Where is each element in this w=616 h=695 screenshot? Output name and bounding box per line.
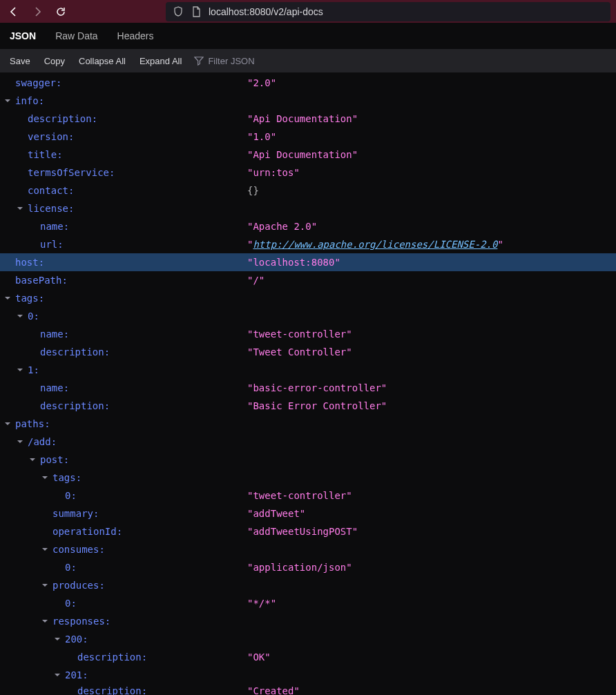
json-row[interactable]: version: "1.0" bbox=[0, 128, 616, 146]
back-button[interactable] bbox=[6, 3, 22, 20]
json-row[interactable]: name: "tweet-controller" bbox=[0, 325, 616, 343]
tab-raw[interactable]: Raw Data bbox=[46, 23, 107, 49]
json-row[interactable]: contact: {} bbox=[0, 182, 616, 199]
twisty-icon[interactable] bbox=[40, 545, 50, 554]
filter-wrap bbox=[194, 56, 346, 66]
json-row[interactable]: 0: "application/json" bbox=[0, 558, 616, 576]
json-toolbar: Save Copy Collapse All Expand All bbox=[0, 49, 616, 72]
json-row[interactable]: 1: bbox=[0, 361, 616, 379]
twisty-icon[interactable] bbox=[15, 365, 25, 375]
twisty-icon[interactable] bbox=[15, 311, 25, 321]
save-button[interactable]: Save bbox=[3, 53, 37, 69]
json-row[interactable]: license: bbox=[0, 199, 616, 217]
funnel-icon bbox=[194, 56, 204, 66]
twisty-icon[interactable] bbox=[40, 473, 50, 482]
json-row[interactable]: 0: "*/*" bbox=[0, 594, 616, 612]
json-row[interactable]: description: "Basic Error Controller" bbox=[0, 397, 616, 415]
json-row[interactable]: tags: bbox=[0, 289, 616, 307]
json-row[interactable]: swagger: "2.0" bbox=[0, 74, 616, 92]
tab-headers[interactable]: Headers bbox=[108, 23, 164, 49]
url-bar[interactable]: localhost:8080/v2/api-docs bbox=[166, 2, 610, 21]
twisty-icon[interactable] bbox=[3, 96, 12, 106]
json-row[interactable]: host: "localhost:8080" bbox=[0, 253, 616, 271]
twisty-icon[interactable] bbox=[3, 419, 12, 429]
twisty-icon[interactable] bbox=[40, 616, 50, 626]
twisty-icon[interactable] bbox=[15, 204, 25, 213]
json-row[interactable]: 0: bbox=[0, 307, 616, 325]
json-row[interactable]: basePath: "/" bbox=[0, 271, 616, 289]
page-icon bbox=[191, 6, 202, 17]
json-row[interactable]: tags: bbox=[0, 469, 616, 487]
json-row[interactable]: name: "basic-error-controller" bbox=[0, 379, 616, 397]
json-row[interactable]: responses: bbox=[0, 612, 616, 630]
json-row[interactable]: summary: "addTweet" bbox=[0, 505, 616, 522]
json-row[interactable]: title: "Api Documentation" bbox=[0, 146, 616, 164]
twisty-icon[interactable] bbox=[40, 580, 50, 590]
shield-icon bbox=[173, 6, 184, 17]
json-row[interactable]: name: "Apache 2.0" bbox=[0, 217, 616, 235]
json-row[interactable]: post: bbox=[0, 451, 616, 469]
json-row[interactable]: 201: bbox=[0, 666, 616, 684]
json-row[interactable]: 200: bbox=[0, 630, 616, 648]
viewer-tabs: JSON Raw Data Headers bbox=[0, 23, 616, 49]
json-row[interactable]: operationId: "addTweetUsingPOST" bbox=[0, 522, 616, 540]
json-row[interactable]: description: "Created" bbox=[0, 684, 616, 695]
json-row[interactable]: description: "OK" bbox=[0, 648, 616, 666]
tab-json[interactable]: JSON bbox=[0, 23, 46, 49]
json-row[interactable]: info: bbox=[0, 92, 616, 110]
json-row[interactable]: description: "Tweet Controller" bbox=[0, 343, 616, 361]
reload-button[interactable] bbox=[52, 3, 69, 20]
json-row[interactable]: description: "Api Documentation" bbox=[0, 110, 616, 128]
json-row[interactable]: paths: bbox=[0, 415, 616, 433]
url-text: localhost:8080/v2/api-docs bbox=[209, 6, 323, 17]
twisty-icon[interactable] bbox=[52, 670, 62, 680]
twisty-icon[interactable] bbox=[52, 634, 62, 644]
json-row[interactable]: consumes: bbox=[0, 540, 616, 558]
collapse-all-button[interactable]: Collapse All bbox=[72, 53, 133, 69]
forward-button[interactable] bbox=[29, 3, 46, 20]
json-row[interactable]: termsOfService: "urn:tos" bbox=[0, 164, 616, 182]
json-row[interactable]: url: "http://www.apache.org/licenses/LIC… bbox=[0, 235, 616, 253]
copy-button[interactable]: Copy bbox=[37, 53, 72, 69]
json-row[interactable]: produces: bbox=[0, 576, 616, 594]
filter-input[interactable] bbox=[208, 56, 346, 66]
json-row[interactable]: 0: "tweet-controller" bbox=[0, 487, 616, 505]
license-url-link[interactable]: http://www.apache.org/licenses/LICENSE-2… bbox=[253, 239, 497, 250]
json-row[interactable]: /add: bbox=[0, 433, 616, 451]
json-tree: swagger: "2.0" info: description: "Api D… bbox=[0, 72, 616, 695]
twisty-icon[interactable] bbox=[15, 437, 25, 447]
browser-toolbar: localhost:8080/v2/api-docs bbox=[0, 0, 616, 23]
twisty-icon[interactable] bbox=[3, 293, 12, 303]
expand-all-button[interactable]: Expand All bbox=[133, 53, 189, 69]
twisty-icon[interactable] bbox=[28, 455, 37, 464]
